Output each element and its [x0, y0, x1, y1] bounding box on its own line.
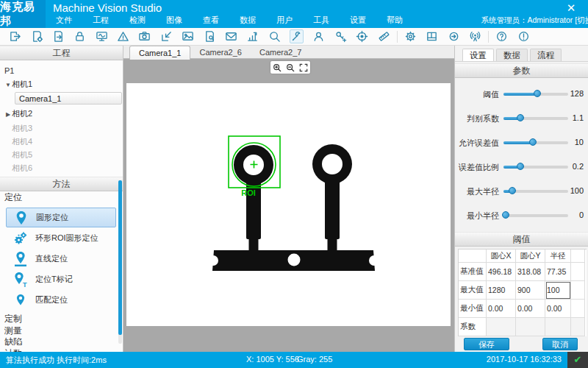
method-category-measure[interactable]: 测量: [0, 325, 123, 337]
selected-tree-item[interactable]: Camera1_1: [15, 92, 122, 105]
method-circle-locate[interactable]: 圆形定位: [6, 208, 116, 227]
save-button[interactable]: 保存: [464, 338, 509, 350]
project-export-icon[interactable]: [52, 30, 65, 43]
max-radius-value: 100: [559, 186, 584, 195]
lock-icon[interactable]: [74, 30, 86, 43]
row-label-min: 最小值: [459, 300, 487, 318]
toolbar-divider: [488, 31, 489, 43]
max-radius-cell[interactable]: 100: [545, 281, 571, 300]
cancel-button[interactable]: 取消: [542, 338, 578, 350]
mail-icon[interactable]: [225, 30, 237, 43]
camera-icon[interactable]: [138, 30, 151, 43]
tree-item-camera6[interactable]: 相机6: [0, 162, 123, 174]
max-center-y[interactable]: 900: [516, 281, 545, 300]
zoom-in-icon[interactable]: [273, 63, 282, 72]
layout-icon[interactable]: [426, 30, 438, 43]
discrimination-value: 1.1: [559, 113, 584, 122]
tolerance-value: 10: [559, 138, 584, 146]
menu-data[interactable]: 数据: [229, 13, 266, 27]
tab-camera2-6[interactable]: Camera2_6: [190, 46, 250, 59]
min-center-x[interactable]: 0.00: [487, 300, 516, 318]
tree-item-camera1-1[interactable]: Camera1_1: [0, 93, 123, 105]
tab-flow[interactable]: 流程: [530, 49, 562, 61]
baseline-radius[interactable]: 77.35: [545, 263, 571, 281]
min-center-y[interactable]: 0.00: [516, 300, 545, 318]
method-line-locate[interactable]: 直线定位: [6, 249, 116, 269]
expand-arrow-icon[interactable]: ▼: [4, 79, 12, 91]
export-icon[interactable]: [9, 30, 21, 43]
tab-camera2-7[interactable]: Camera2_7: [251, 46, 310, 59]
tree-item-camera2[interactable]: ▶相机2: [0, 107, 123, 119]
tree-item-camera5[interactable]: 相机5: [0, 149, 123, 160]
coef-center-y[interactable]: [516, 318, 545, 336]
menu-inspect[interactable]: 检测: [119, 13, 156, 27]
status-bar: 算法执行成功 执行时间:2ms X: 1005 Y: 556 Gray: 255…: [0, 352, 588, 368]
match-locate-pin-icon: [12, 292, 29, 308]
about-icon[interactable]: [517, 30, 530, 43]
monitor-icon[interactable]: [96, 30, 108, 43]
method-match-locate[interactable]: 匹配定位: [6, 290, 116, 310]
camera-image[interactable]: ROI: [126, 83, 451, 326]
key-add-icon[interactable]: [334, 30, 347, 43]
tab-data[interactable]: 数据: [496, 49, 528, 61]
menu-image[interactable]: 图像: [156, 13, 193, 27]
coef-center-x[interactable]: [487, 318, 516, 336]
cursor-coordinates: X: 1005 Y: 556: [246, 355, 299, 364]
menu-view[interactable]: 查看: [193, 13, 229, 27]
project-settings-icon[interactable]: [31, 30, 43, 43]
methods-scrollbar[interactable]: [118, 180, 122, 344]
zoom-out-icon[interactable]: [286, 63, 295, 72]
menu-tools[interactable]: 工具: [303, 13, 340, 27]
method-category-defect[interactable]: 缺陷: [0, 336, 123, 348]
image-icon[interactable]: [182, 30, 194, 43]
tree-item-camera4[interactable]: 相机4: [0, 135, 123, 147]
broadcast-icon[interactable]: [469, 30, 481, 43]
baseline-center-x[interactable]: 496.18: [487, 263, 516, 281]
menu-settings[interactable]: 设置: [340, 13, 376, 27]
tab-camera1-1[interactable]: Camera1_1: [129, 46, 190, 60]
col-header-radius: 半径: [545, 250, 571, 263]
user-icon[interactable]: [312, 30, 325, 43]
settings-panel: 设置 数据 流程 参数 阈值 128 判别系数 1.1 允许误差值 10 误差值…: [454, 46, 588, 352]
close-icon[interactable]: ✕: [563, 1, 579, 15]
status-check-icon[interactable]: ✔: [567, 352, 588, 368]
min-radius-cell[interactable]: 0.00: [545, 300, 571, 318]
report-icon[interactable]: [204, 30, 216, 43]
target-icon[interactable]: [356, 30, 368, 43]
app-logo: 海克易邦: [0, 0, 46, 28]
tree-item-camera1[interactable]: ▼相机1: [0, 78, 123, 90]
search-icon[interactable]: [268, 30, 281, 43]
param-row-max-radius: 最大半径 100: [455, 184, 588, 199]
settings-gear-icon[interactable]: [404, 30, 417, 43]
baseline-center-y[interactable]: 318.08: [516, 263, 545, 281]
method-category-locate[interactable]: 定位: [0, 191, 123, 203]
tree-item-camera3[interactable]: 相机3: [0, 122, 123, 134]
current-user-label[interactable]: 系统管理员：Administrator [切换用户]: [481, 15, 588, 26]
help-icon[interactable]: [495, 30, 508, 43]
method-category-custom[interactable]: 定制: [0, 314, 123, 325]
params-section-header: 参数: [455, 63, 588, 78]
fit-screen-icon[interactable]: [299, 63, 308, 72]
method-ring-roi-circle-locate[interactable]: 环形ROI圆形定位: [6, 228, 116, 248]
max-center-x[interactable]: 1280: [487, 281, 516, 300]
coef-radius[interactable]: [545, 318, 571, 336]
capture-icon[interactable]: [160, 30, 173, 43]
col-header-center-y: 圆心Y: [516, 250, 545, 263]
scrollbar-thumb[interactable]: [118, 180, 122, 335]
statistics-icon[interactable]: [246, 30, 259, 43]
menu-help[interactable]: 帮助: [376, 13, 413, 27]
circle-locate-pin-icon: [12, 210, 30, 226]
menu-project[interactable]: 工程: [82, 13, 119, 27]
gray-value: Gray: 255: [297, 355, 332, 364]
menu-user[interactable]: 用户: [266, 13, 303, 27]
warning-icon[interactable]: [117, 30, 129, 43]
collapse-arrow-icon[interactable]: ▶: [4, 109, 12, 121]
status-message: 算法执行成功 执行时间:2ms: [6, 355, 107, 366]
tools-icon[interactable]: [290, 29, 304, 43]
tab-settings[interactable]: 设置: [462, 49, 494, 61]
tree-item-p1[interactable]: P1: [0, 65, 123, 77]
method-t-mark-locate[interactable]: T 定位T标记: [6, 269, 116, 289]
menu-file[interactable]: 文件: [46, 13, 82, 27]
sync-icon[interactable]: [448, 30, 460, 43]
ruler-icon[interactable]: [378, 30, 390, 43]
